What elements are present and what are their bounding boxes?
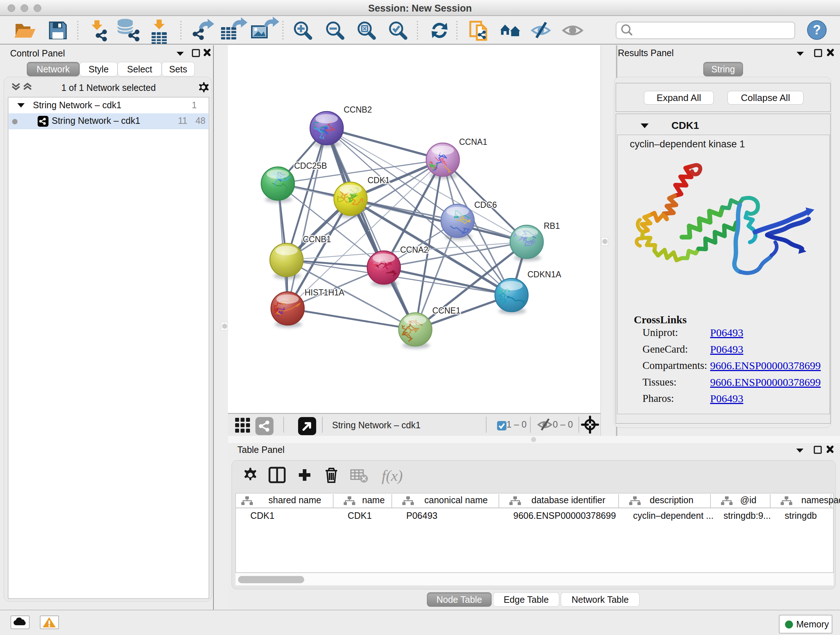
svg-text:CDKN1A: CDKN1A	[527, 270, 561, 279]
svg-text:f(x): f(x)	[382, 467, 403, 485]
svg-text:CCNA2: CCNA2	[400, 245, 428, 255]
svg-text:String Network – cdk1: String Network – cdk1	[332, 420, 421, 430]
svg-text:CDC25B: CDC25B	[294, 161, 327, 171]
svg-text:0 – 0: 0 – 0	[553, 419, 573, 429]
svg-text:RB1: RB1	[544, 221, 560, 231]
svg-text:CDK1: CDK1	[368, 176, 390, 185]
svg-text:CCNB1: CCNB1	[303, 234, 331, 244]
svg-text:1 – 0: 1 – 0	[507, 419, 527, 429]
svg-text:CCNA1: CCNA1	[459, 137, 487, 147]
svg-text:CCNE1: CCNE1	[432, 306, 461, 315]
svg-text:?: ?	[813, 22, 821, 37]
svg-text:CDC6: CDC6	[474, 200, 497, 210]
svg-text:HIST1H1A: HIST1H1A	[305, 288, 345, 297]
svg-text:CCNB2: CCNB2	[344, 105, 372, 114]
